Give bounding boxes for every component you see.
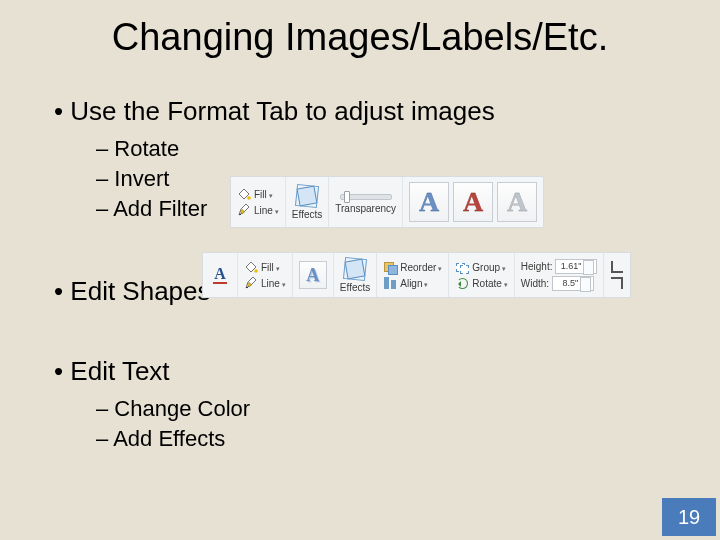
- bullet-edit-shapes: Edit Shapes: [76, 276, 211, 307]
- wordart-style-fill-red[interactable]: A: [453, 182, 493, 222]
- text-fill-color-button[interactable]: A: [209, 267, 231, 284]
- height-field[interactable]: Height: 1.61": [521, 259, 598, 274]
- page-number: 19: [678, 506, 700, 529]
- rotate-button[interactable]: Rotate: [455, 276, 507, 290]
- rotate-icon: [455, 276, 469, 290]
- svg-marker-1: [239, 204, 249, 215]
- bullet-use-format: Use the Format Tab to adjust images: [76, 96, 495, 127]
- shape-effects-label: Effects: [292, 209, 322, 220]
- crop-top-left-icon: [610, 260, 624, 274]
- reorder-button[interactable]: Reorder: [383, 260, 442, 274]
- page-number-box: 19: [662, 498, 716, 536]
- subbullet-change-color: Change Color: [116, 396, 250, 422]
- bullet-edit-text: Edit Text: [76, 356, 170, 387]
- color-swatch-icon: [213, 282, 227, 284]
- svg-point-4: [254, 269, 258, 273]
- slide-title: Changing Images/Labels/Etc.: [0, 16, 720, 59]
- slide: Changing Images/Labels/Etc. Use the Form…: [0, 0, 720, 540]
- subbullet-rotate: Rotate: [116, 136, 181, 162]
- pencil-icon: [244, 276, 258, 290]
- group-crop: [604, 253, 630, 297]
- paint-bucket-icon: [244, 260, 258, 274]
- width-label: Width:: [521, 278, 549, 289]
- effects-icon: [343, 257, 367, 281]
- width-value[interactable]: 8.5": [552, 276, 594, 291]
- group-button[interactable]: Group: [455, 260, 507, 274]
- align-icon: [383, 276, 397, 290]
- shape-effects-button[interactable]: Effects: [286, 177, 329, 227]
- wordart-style-outline-blue[interactable]: A: [409, 182, 449, 222]
- group-text-effect-preview: A: [293, 253, 334, 297]
- group-arrange-2: Group Rotate: [449, 253, 514, 297]
- text-fill-button[interactable]: Fill: [244, 260, 286, 274]
- text-line-button[interactable]: Line: [244, 276, 286, 290]
- subbullet-add-effects: Add Effects: [116, 426, 225, 452]
- align-button[interactable]: Align: [383, 276, 442, 290]
- group-text-fill-line: Fill Line: [238, 253, 293, 297]
- svg-marker-5: [246, 277, 256, 288]
- group-icon: [455, 260, 469, 274]
- reorder-icon: [383, 260, 397, 274]
- subbullet-add-filter: Add Filter: [116, 196, 207, 222]
- shape-line-button[interactable]: Line: [237, 203, 279, 217]
- rotate-label: Rotate: [472, 278, 507, 289]
- group-text-fill-color: A: [203, 253, 238, 297]
- shape-fill-button[interactable]: Fill: [237, 187, 279, 201]
- text-fill-label: Fill: [261, 262, 280, 273]
- letter-a-icon: A: [214, 267, 226, 281]
- group-wordart-preview: A A A: [403, 177, 543, 227]
- ribbon-shape-format: Fill Line Effects: [230, 176, 544, 228]
- wordart-style-fill-grey[interactable]: A: [497, 182, 537, 222]
- group-arrange: Reorder Align: [377, 253, 449, 297]
- group-size: Height: 1.61" Width: 8.5": [515, 253, 605, 297]
- svg-point-0: [247, 196, 251, 200]
- reorder-label: Reorder: [400, 262, 442, 273]
- text-effects-label: Effects: [340, 282, 370, 293]
- ribbon-shape-format-2: A Fill: [202, 252, 631, 298]
- text-line-label: Line: [261, 278, 286, 289]
- height-value[interactable]: 1.61": [555, 259, 597, 274]
- text-effects-button[interactable]: Effects: [334, 253, 377, 297]
- group-shape-fill-line: Fill Line: [231, 177, 286, 227]
- text-effect-preview[interactable]: A: [299, 261, 327, 289]
- shape-line-label: Line: [254, 205, 279, 216]
- shape-fill-label: Fill: [254, 189, 273, 200]
- paint-bucket-icon: [237, 187, 251, 201]
- height-label: Height:: [521, 261, 553, 272]
- crop-bottom-right-icon: [610, 276, 624, 290]
- align-label: Align: [400, 278, 428, 289]
- subbullet-invert: Invert: [116, 166, 171, 192]
- transparency-control[interactable]: Transparency: [329, 177, 403, 227]
- effects-icon: [295, 184, 319, 208]
- group-label: Group: [472, 262, 506, 273]
- pencil-icon: [237, 203, 251, 217]
- transparency-label: Transparency: [335, 203, 396, 214]
- width-field[interactable]: Width: 8.5": [521, 276, 598, 291]
- transparency-slider[interactable]: [340, 194, 392, 200]
